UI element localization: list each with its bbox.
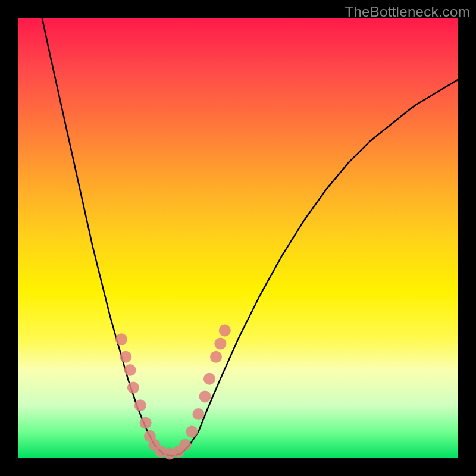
data-point	[214, 338, 226, 350]
chart-svg	[0, 0, 476, 476]
data-point	[115, 333, 127, 345]
curve-layer	[42, 18, 458, 456]
data-point	[192, 408, 204, 420]
data-point	[179, 439, 191, 451]
data-point	[124, 364, 136, 376]
data-point	[120, 351, 131, 363]
data-point	[140, 417, 152, 429]
data-point	[219, 324, 231, 336]
data-point	[199, 390, 211, 402]
data-point	[186, 426, 198, 438]
data-point	[134, 399, 146, 411]
marker-layer	[115, 324, 231, 459]
data-point	[127, 382, 139, 394]
data-point	[210, 351, 222, 363]
data-point	[203, 373, 215, 385]
bottleneck-curve	[42, 18, 458, 456]
